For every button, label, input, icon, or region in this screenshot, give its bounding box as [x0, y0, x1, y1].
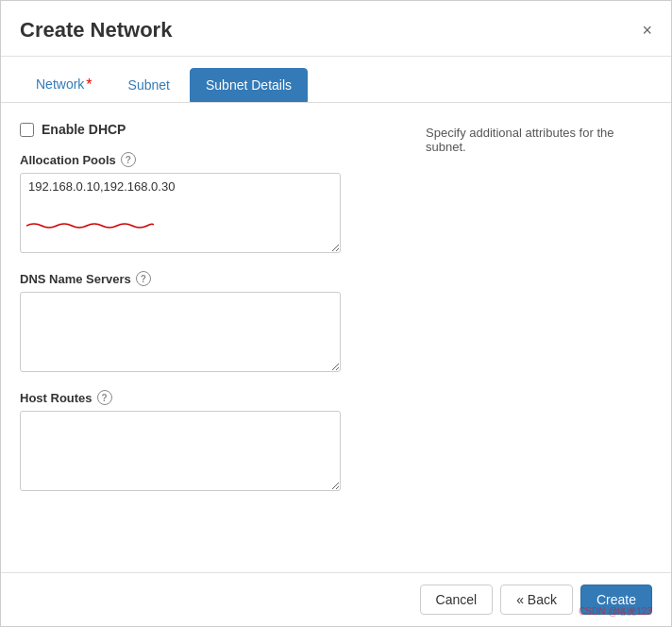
enable-dhcp-checkbox[interactable]	[20, 123, 34, 137]
tabs-row: Network* Subnet Subnet Details	[1, 57, 671, 103]
dns-name-servers-textarea[interactable]	[20, 292, 341, 372]
allocation-pools-label-row: Allocation Pools ?	[20, 152, 407, 167]
host-routes-label-row: Host Routes ?	[20, 390, 407, 405]
left-panel: Enable DHCP Allocation Pools ? 192.168.0…	[20, 122, 407, 509]
allocation-pools-group: Allocation Pools ? 192.168.0.10,192.168.…	[20, 152, 407, 256]
tab-network-label: Network	[36, 76, 84, 92]
dns-name-servers-label-row: DNS Name Servers ?	[20, 271, 407, 286]
dns-name-servers-group: DNS Name Servers ?	[20, 271, 407, 375]
allocation-pools-wrapper: 192.168.0.10,192.168.0.30	[20, 173, 341, 256]
host-routes-textarea[interactable]	[20, 411, 341, 491]
back-button[interactable]: « Back	[500, 585, 573, 615]
modal-footer: Cancel « Back Create	[1, 572, 671, 626]
close-button[interactable]: ×	[642, 22, 652, 39]
modal: Create Network × Network* Subnet Subnet …	[0, 0, 672, 627]
tab-subnet-label: Subnet	[128, 77, 170, 93]
tab-subnet-details-label: Subnet Details	[206, 77, 292, 93]
tab-network[interactable]: Network*	[20, 68, 109, 102]
enable-dhcp-row: Enable DHCP	[20, 122, 407, 137]
host-routes-help-icon[interactable]: ?	[97, 390, 112, 405]
host-routes-group: Host Routes ?	[20, 390, 407, 494]
dns-name-servers-help-icon[interactable]: ?	[136, 271, 151, 286]
tab-subnet-details[interactable]: Subnet Details	[190, 68, 308, 102]
allocation-pools-help-icon[interactable]: ?	[121, 152, 136, 167]
right-panel-description: Specify additional attributes for the su…	[426, 126, 613, 154]
modal-header: Create Network ×	[1, 1, 671, 57]
allocation-pools-textarea[interactable]: 192.168.0.10,192.168.0.30	[20, 173, 341, 253]
host-routes-label: Host Routes	[20, 391, 92, 405]
tab-subnet[interactable]: Subnet	[112, 68, 186, 102]
cancel-button[interactable]: Cancel	[420, 585, 494, 615]
right-panel: Specify additional attributes for the su…	[426, 122, 652, 509]
create-button[interactable]: Create	[580, 585, 652, 615]
enable-dhcp-label: Enable DHCP	[42, 122, 126, 137]
modal-body: Enable DHCP Allocation Pools ? 192.168.0…	[1, 103, 671, 585]
dns-name-servers-label: DNS Name Servers	[20, 272, 131, 286]
network-required-indicator: *	[86, 76, 92, 93]
allocation-pools-label: Allocation Pools	[20, 153, 116, 167]
modal-title: Create Network	[20, 18, 172, 42]
